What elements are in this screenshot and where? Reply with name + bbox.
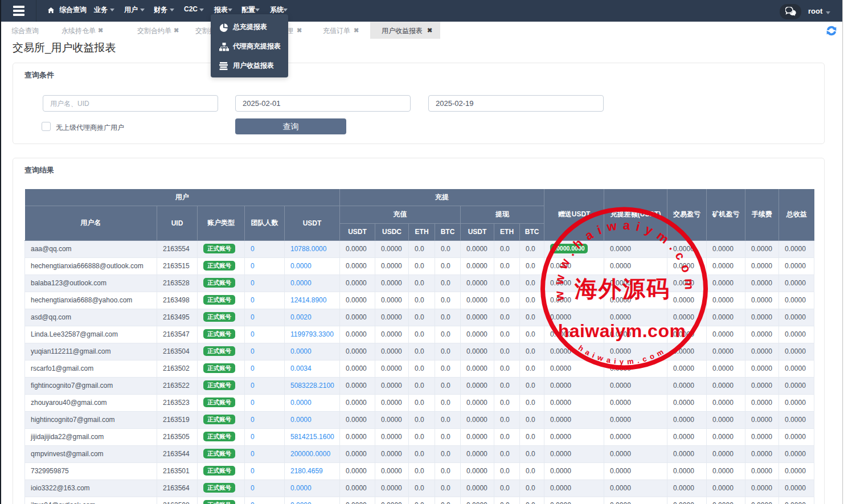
svg-text:haiwaiym.com: haiwaiym.com — [558, 321, 686, 341]
svg-text:海外源码: 海外源码 — [574, 276, 670, 302]
